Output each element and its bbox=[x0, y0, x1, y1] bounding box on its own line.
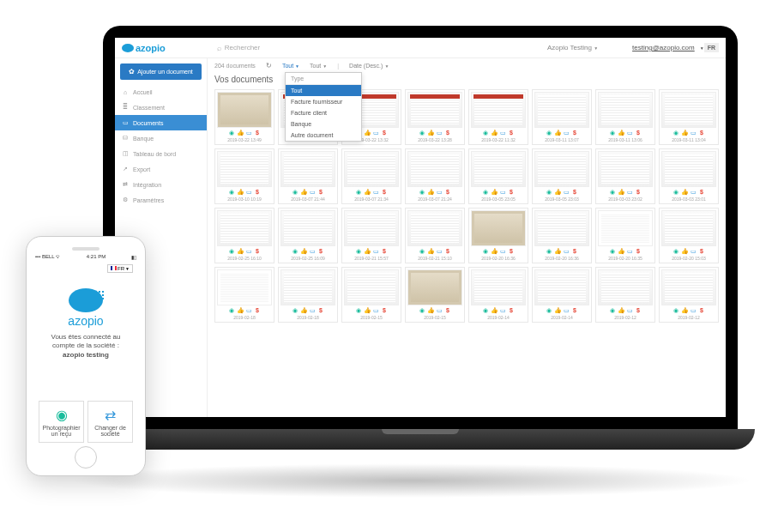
file-icon[interactable]: ▭ bbox=[309, 248, 316, 255]
document-card[interactable]: ◉👍▭$2019-02-14 bbox=[468, 267, 528, 323]
dollar-icon[interactable]: $ bbox=[317, 189, 324, 196]
thumbs-up-icon[interactable]: 👍 bbox=[491, 130, 498, 136]
file-icon[interactable]: ▭ bbox=[499, 189, 506, 196]
file-icon[interactable]: ▭ bbox=[563, 189, 570, 196]
file-icon[interactable]: ▭ bbox=[372, 189, 379, 196]
thumbs-up-icon[interactable]: 👍 bbox=[618, 307, 624, 314]
thumbs-up-icon[interactable]: 👍 bbox=[618, 130, 624, 136]
sidebar-item-export[interactable]: ↗Export bbox=[115, 161, 207, 177]
dollar-icon[interactable]: $ bbox=[444, 189, 451, 196]
eye-icon[interactable]: ◉ bbox=[609, 189, 616, 196]
dropdown-option[interactable]: Facture client bbox=[286, 107, 361, 118]
sidebar-item-banque[interactable]: ⛁Banque bbox=[115, 130, 207, 146]
thumbs-up-icon[interactable]: 👍 bbox=[300, 248, 307, 255]
dollar-icon[interactable]: $ bbox=[635, 248, 642, 255]
dollar-icon[interactable]: $ bbox=[381, 189, 388, 196]
eye-icon[interactable]: ◉ bbox=[355, 248, 362, 255]
file-icon[interactable]: ▭ bbox=[245, 130, 252, 136]
dollar-icon[interactable]: $ bbox=[508, 130, 515, 136]
document-card[interactable]: ◉👍▭$2019-03-22 11:32 bbox=[468, 89, 528, 145]
dollar-icon[interactable]: $ bbox=[571, 248, 578, 255]
document-card[interactable]: ◉👍▭$2019-02-20 15:03 bbox=[659, 208, 719, 263]
file-icon[interactable]: ▭ bbox=[436, 248, 443, 255]
eye-icon[interactable]: ◉ bbox=[482, 307, 489, 314]
file-icon[interactable]: ▭ bbox=[372, 307, 379, 314]
document-card[interactable]: ◉👍▭$2019-03-11 13:06 bbox=[595, 89, 655, 145]
lang-badge[interactable]: FR bbox=[704, 43, 719, 52]
dropdown-option[interactable]: Autre document bbox=[286, 130, 361, 141]
photograph-receipt-button[interactable]: ◉ Photographier un reçu bbox=[39, 401, 84, 443]
document-card[interactable]: ◉👍▭$2019-02-18 bbox=[214, 267, 274, 323]
thumbs-up-icon[interactable]: 👍 bbox=[681, 248, 688, 255]
file-icon[interactable]: ▭ bbox=[436, 307, 443, 314]
dollar-icon[interactable]: $ bbox=[571, 307, 578, 314]
dollar-icon[interactable]: $ bbox=[635, 189, 642, 196]
thumbs-up-icon[interactable]: 👍 bbox=[237, 248, 244, 255]
dollar-icon[interactable]: $ bbox=[444, 307, 451, 314]
thumbs-up-icon[interactable]: 👍 bbox=[237, 189, 244, 196]
thumbs-up-icon[interactable]: 👍 bbox=[300, 189, 307, 196]
dollar-icon[interactable]: $ bbox=[508, 189, 515, 196]
sidebar-item-intégration[interactable]: ⇄Intégration bbox=[115, 177, 207, 192]
file-icon[interactable]: ▭ bbox=[245, 248, 252, 255]
dollar-icon[interactable]: $ bbox=[571, 130, 578, 136]
user-email-link[interactable]: testing@azopio.com bbox=[632, 44, 695, 51]
file-icon[interactable]: ▭ bbox=[690, 248, 697, 255]
eye-icon[interactable]: ◉ bbox=[292, 248, 299, 255]
file-icon[interactable]: ▭ bbox=[626, 248, 633, 255]
document-card[interactable]: ◉👍▭$2019-02-15 bbox=[405, 267, 465, 323]
document-card[interactable]: ◉👍▭$2019-03-03 23:02 bbox=[595, 148, 655, 204]
eye-icon[interactable]: ◉ bbox=[292, 307, 299, 314]
document-card[interactable]: ◉👍▭$2019-03-10 10:19 bbox=[214, 148, 274, 204]
logo[interactable]: azopio bbox=[122, 43, 166, 53]
thumbs-up-icon[interactable]: 👍 bbox=[554, 189, 561, 196]
eye-icon[interactable]: ◉ bbox=[609, 248, 616, 255]
filter-status[interactable]: Tout bbox=[310, 63, 327, 69]
filter-sort[interactable]: Date (Desc.) bbox=[349, 63, 389, 69]
dollar-icon[interactable]: $ bbox=[381, 130, 388, 136]
thumbs-up-icon[interactable]: 👍 bbox=[681, 189, 688, 196]
eye-icon[interactable]: ◉ bbox=[546, 248, 552, 255]
thumbs-up-icon[interactable]: 👍 bbox=[427, 189, 434, 196]
dollar-icon[interactable]: $ bbox=[317, 307, 324, 314]
thumbs-up-icon[interactable]: 👍 bbox=[491, 189, 498, 196]
dollar-icon[interactable]: $ bbox=[698, 307, 705, 314]
file-icon[interactable]: ▭ bbox=[563, 248, 570, 255]
document-card[interactable]: ◉👍▭$2019-03-11 13:07 bbox=[532, 89, 592, 145]
dollar-icon[interactable]: $ bbox=[254, 248, 261, 255]
thumbs-up-icon[interactable]: 👍 bbox=[364, 130, 371, 136]
dollar-icon[interactable]: $ bbox=[698, 130, 705, 136]
dropdown-option[interactable]: Banque bbox=[286, 118, 361, 130]
file-icon[interactable]: ▭ bbox=[690, 189, 697, 196]
document-card[interactable]: ◉👍▭$2019-03-07 21:34 bbox=[341, 148, 401, 204]
file-icon[interactable]: ▭ bbox=[563, 130, 570, 136]
document-card[interactable]: ◉👍▭$2019-03-03 23:01 bbox=[659, 148, 719, 204]
file-icon[interactable]: ▭ bbox=[436, 130, 443, 136]
dollar-icon[interactable]: $ bbox=[635, 307, 642, 314]
thumbs-up-icon[interactable]: 👍 bbox=[364, 307, 371, 314]
refresh-icon[interactable] bbox=[266, 62, 272, 70]
document-card[interactable]: ◉👍▭$2019-02-21 15:57 bbox=[341, 208, 401, 263]
thumbs-up-icon[interactable]: 👍 bbox=[364, 189, 371, 196]
document-card[interactable]: ◉👍▭$2019-03-05 23:05 bbox=[468, 148, 528, 204]
file-icon[interactable]: ▭ bbox=[309, 307, 316, 314]
search-input[interactable]: Rechercher bbox=[217, 44, 547, 52]
sidebar-item-paramètres[interactable]: ⚙Paramètres bbox=[115, 192, 207, 208]
dollar-icon[interactable]: $ bbox=[635, 130, 642, 136]
dollar-icon[interactable]: $ bbox=[254, 307, 261, 314]
dollar-icon[interactable]: $ bbox=[571, 189, 578, 196]
eye-icon[interactable]: ◉ bbox=[419, 307, 425, 314]
thumbs-up-icon[interactable]: 👍 bbox=[554, 130, 561, 136]
document-card[interactable]: ◉👍▭$2019-02-12 bbox=[595, 267, 655, 323]
thumbs-up-icon[interactable]: 👍 bbox=[681, 130, 688, 136]
eye-icon[interactable]: ◉ bbox=[355, 307, 362, 314]
document-card[interactable]: ◉👍▭$2019-03-22 13:28 bbox=[405, 89, 465, 145]
file-icon[interactable]: ▭ bbox=[499, 307, 506, 314]
eye-icon[interactable]: ◉ bbox=[609, 307, 616, 314]
dollar-icon[interactable]: $ bbox=[317, 248, 324, 255]
sidebar-item-classement[interactable]: ≣Classement bbox=[115, 100, 207, 115]
eye-icon[interactable]: ◉ bbox=[355, 189, 362, 196]
eye-icon[interactable]: ◉ bbox=[546, 307, 552, 314]
thumbs-up-icon[interactable]: 👍 bbox=[237, 130, 244, 136]
eye-icon[interactable]: ◉ bbox=[419, 248, 425, 255]
